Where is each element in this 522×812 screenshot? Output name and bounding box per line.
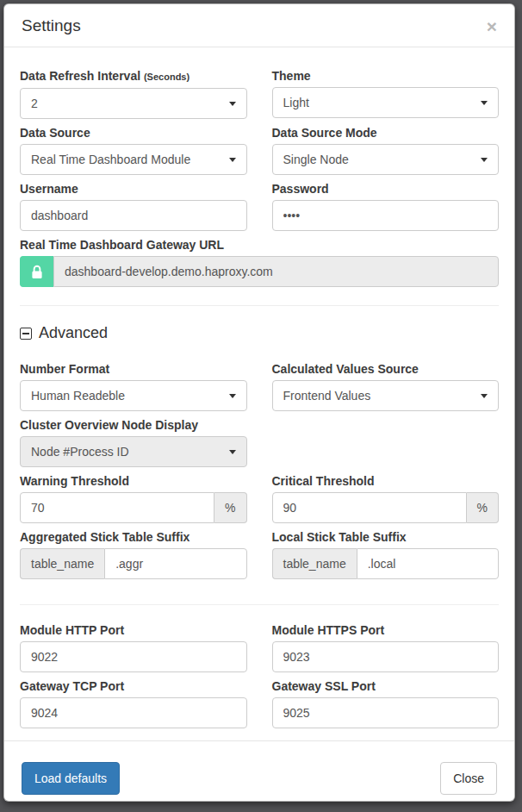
field-password: Password <box>272 182 500 231</box>
local-stick-table-suffix-label: Local Stick Table Suffix <box>272 530 500 545</box>
field-gateway-tcp-port: Gateway TCP Port <box>20 679 247 728</box>
table-name-prefix-addon: table_name <box>272 548 357 579</box>
aggregated-stick-table-suffix-input[interactable] <box>104 548 246 579</box>
warning-threshold-label: Warning Threshold <box>20 474 247 489</box>
gateway-ssl-port-input[interactable] <box>272 697 500 728</box>
password-input[interactable] <box>272 200 500 231</box>
cluster-overview-node-display-label: Cluster Overview Node Display <box>20 418 247 433</box>
gateway-url-input <box>53 256 499 287</box>
field-username: Username <box>20 182 247 231</box>
advanced-section-title: Advanced <box>39 324 108 342</box>
field-number-format: Number Format Human Readeble <box>20 362 247 411</box>
chevron-down-icon <box>229 394 236 398</box>
number-format-label: Number Format <box>20 362 247 377</box>
percent-unit-addon: % <box>214 492 246 523</box>
calculated-values-source-select[interactable]: Frontend Values <box>272 380 500 411</box>
chevron-down-icon <box>229 102 236 106</box>
percent-unit-addon: % <box>467 492 499 523</box>
load-defaults-button[interactable]: Load defaults <box>22 762 120 795</box>
password-label: Password <box>272 182 500 197</box>
data-refresh-interval-label-note: (Seconds) <box>144 72 190 82</box>
section-divider <box>20 604 499 605</box>
chevron-down-icon <box>481 394 488 398</box>
critical-threshold-input[interactable] <box>272 492 467 523</box>
field-data-source-mode: Data Source Mode Single Node <box>272 126 500 175</box>
settings-modal: Settings × Data Refresh Interval (Second… <box>3 3 515 802</box>
table-name-prefix-addon: table_name <box>20 548 104 579</box>
field-data-source: Data Source Real Time Dashboard Module <box>20 126 247 175</box>
modal-title: Settings <box>22 16 81 35</box>
chevron-down-icon <box>481 158 488 162</box>
gateway-tcp-port-input[interactable] <box>20 697 247 728</box>
module-http-port-input[interactable] <box>20 641 247 672</box>
field-data-refresh-interval: Data Refresh Interval (Seconds) 2 <box>20 69 247 119</box>
data-source-label: Data Source <box>20 126 247 141</box>
field-gateway-ssl-port: Gateway SSL Port <box>272 679 500 728</box>
module-https-port-label: Module HTTPS Port <box>272 623 500 638</box>
data-refresh-interval-select[interactable]: 2 <box>20 88 247 119</box>
data-refresh-interval-label: Data Refresh Interval (Seconds) <box>20 69 247 84</box>
close-icon[interactable]: × <box>487 17 497 35</box>
chevron-down-icon <box>229 158 236 162</box>
field-calculated-values-source: Calculated Values Source Frontend Values <box>272 362 500 411</box>
section-divider <box>20 305 499 306</box>
gateway-tcp-port-label: Gateway TCP Port <box>20 679 247 694</box>
theme-select[interactable]: Light <box>272 87 500 118</box>
modal-footer: Load defaults Close <box>4 740 514 803</box>
field-module-https-port: Module HTTPS Port <box>272 623 500 672</box>
aggregated-stick-table-suffix-label: Aggregated Stick Table Suffix <box>20 530 247 545</box>
gateway-ssl-port-label: Gateway SSL Port <box>272 679 500 694</box>
gateway-url-label: Real Time Dashboard Gateway URL <box>20 238 499 253</box>
field-aggregated-stick-table-suffix: Aggregated Stick Table Suffix table_name <box>20 530 247 579</box>
module-http-port-label: Module HTTP Port <box>20 623 247 638</box>
data-source-mode-label: Data Source Mode <box>272 126 500 141</box>
chevron-down-icon <box>229 450 236 454</box>
field-critical-threshold: Critical Threshold % <box>272 474 500 523</box>
cluster-overview-node-display-select: Node #Process ID <box>20 436 247 467</box>
critical-threshold-label: Critical Threshold <box>272 474 500 489</box>
field-module-http-port: Module HTTP Port <box>20 623 247 672</box>
calculated-values-source-label: Calculated Values Source <box>272 362 500 377</box>
data-source-mode-select[interactable]: Single Node <box>272 144 500 175</box>
local-stick-table-suffix-input[interactable] <box>357 548 499 579</box>
field-cluster-overview-node-display: Cluster Overview Node Display Node #Proc… <box>20 418 247 467</box>
module-https-port-input[interactable] <box>272 641 500 672</box>
chevron-down-icon <box>481 101 488 105</box>
username-label: Username <box>20 182 247 197</box>
close-button[interactable]: Close <box>440 762 497 795</box>
advanced-section-toggle[interactable]: Advanced <box>20 324 499 342</box>
modal-header: Settings × <box>4 4 514 47</box>
field-local-stick-table-suffix: Local Stick Table Suffix table_name <box>272 530 500 579</box>
field-gateway-url: Real Time Dashboard Gateway URL <box>20 238 499 287</box>
username-input[interactable] <box>20 200 247 231</box>
collapse-minus-icon <box>20 328 32 340</box>
modal-body: Data Refresh Interval (Seconds) 2 Theme … <box>4 47 514 740</box>
theme-label: Theme <box>272 69 500 84</box>
number-format-select[interactable]: Human Readeble <box>20 380 247 411</box>
data-source-select[interactable]: Real Time Dashboard Module <box>20 144 247 175</box>
field-warning-threshold: Warning Threshold % <box>20 474 247 523</box>
lock-icon <box>20 256 53 287</box>
warning-threshold-input[interactable] <box>20 492 214 523</box>
field-theme: Theme Light <box>272 69 500 119</box>
